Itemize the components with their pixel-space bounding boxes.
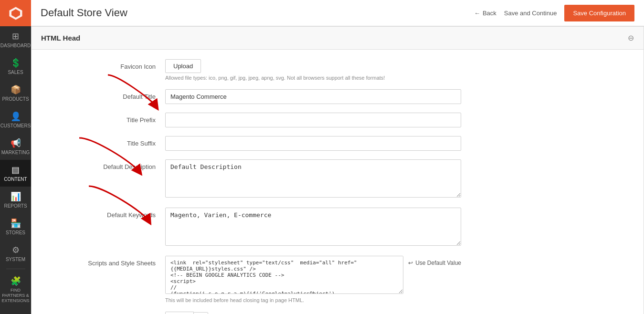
title-suffix-row: Title Suffix xyxy=(32,136,644,151)
title-prefix-control xyxy=(165,113,461,127)
save-config-button[interactable]: Save Configuration xyxy=(564,5,634,21)
title-prefix-row: Title Prefix xyxy=(32,113,644,127)
section-title: HTML Head xyxy=(41,34,80,42)
sidebar-item-reports[interactable]: 📊 REPORTS xyxy=(0,187,31,213)
topbar: Default Store View ← Back Save and Conti… xyxy=(31,0,644,26)
scripts-label: Scripts and Style Sheets xyxy=(41,256,165,267)
upload-button[interactable]: Upload xyxy=(165,59,201,73)
sidebar-item-label: SALES xyxy=(8,70,23,75)
stores-icon: 🏪 xyxy=(11,218,21,229)
sidebar-item-label: MARKETING xyxy=(1,150,30,155)
title-suffix-control xyxy=(165,136,461,151)
reports-icon: 📊 xyxy=(11,191,21,202)
sidebar-item-customers[interactable]: 👤 CUSTOMERS xyxy=(0,106,31,133)
sidebar-item-label: DASHBOARD xyxy=(0,43,31,48)
default-keywords-control xyxy=(165,208,461,247)
use-default-value[interactable]: ↩ Use Default Value xyxy=(408,256,461,266)
default-description-textarea[interactable] xyxy=(165,159,461,198)
demo-store-control: No Yes ▼ xyxy=(165,312,461,314)
sidebar-item-label: CUSTOMERS xyxy=(0,123,31,128)
default-description-control xyxy=(165,159,461,199)
title-prefix-label: Title Prefix xyxy=(41,113,165,124)
default-title-label: Default Title xyxy=(41,89,165,100)
sidebar-item-label: REPORTS xyxy=(4,203,27,209)
sidebar-item-label: STORES xyxy=(6,230,25,235)
sidebar-item-stores[interactable]: 🏪 STORES xyxy=(0,213,31,240)
title-suffix-input[interactable] xyxy=(165,136,461,151)
sidebar-item-dashboard[interactable]: ⊞ DASHBOARD xyxy=(0,26,31,53)
save-continue-button[interactable]: Save and Continue xyxy=(504,10,557,17)
scripts-wrap: ↩ Use Default Value xyxy=(165,256,461,295)
sidebar-item-system[interactable]: ⚙ SYSTEM xyxy=(0,240,31,267)
default-keywords-row: Default Keywords xyxy=(32,208,644,247)
sidebar-logo[interactable] xyxy=(0,0,31,26)
system-icon: ⚙ xyxy=(12,245,20,255)
default-keywords-textarea[interactable] xyxy=(165,208,461,246)
default-title-row: Default Title xyxy=(32,89,644,104)
sidebar-item-content[interactable]: ▤ CONTENT xyxy=(0,160,31,187)
scripts-control: ↩ Use Default Value This will be include… xyxy=(165,256,461,303)
scripts-helper: This will be included before head closin… xyxy=(165,297,461,303)
favicon-helper: Allowed file types: ico, png, gif, jpg, … xyxy=(165,75,461,81)
select-wrap: No Yes ▼ xyxy=(165,312,461,314)
select-dropdown-button[interactable]: ▼ xyxy=(194,312,208,314)
title-suffix-label: Title Suffix xyxy=(41,136,165,147)
default-description-label: Default Description xyxy=(41,159,165,170)
back-arrow-icon: ← xyxy=(474,10,480,17)
form-body: Favicon Icon Upload Allowed file types: … xyxy=(32,50,644,314)
demo-store-row: Display Demo Store Notice No Yes ▼ xyxy=(32,312,644,314)
sidebar-item-marketing[interactable]: 📢 MARKETING xyxy=(0,133,31,160)
section-toggle-icon[interactable]: ⊖ xyxy=(628,33,634,42)
default-title-control xyxy=(165,89,461,104)
marketing-icon: 📢 xyxy=(11,138,21,148)
demo-store-select[interactable]: No Yes xyxy=(165,312,194,314)
products-icon: 📦 xyxy=(11,84,21,95)
sidebar: ⊞ DASHBOARD 💲 SALES 📦 PRODUCTS 👤 CUSTOME… xyxy=(0,0,31,314)
default-description-row: Default Description xyxy=(32,159,644,199)
use-default-icon: ↩ xyxy=(408,260,413,266)
sidebar-item-find-partners[interactable]: 🧩 FIND PARTNERS & EXTENSIONS xyxy=(0,271,31,308)
scripts-textarea[interactable] xyxy=(165,256,403,294)
content-area: HTML Head ⊖ Favicon Icon Upload Allowed … xyxy=(31,26,644,314)
section-header[interactable]: HTML Head ⊖ xyxy=(32,27,644,50)
sidebar-item-products[interactable]: 📦 PRODUCTS xyxy=(0,80,31,106)
default-keywords-label: Default Keywords xyxy=(41,208,165,219)
main-content: Default Store View ← Back Save and Conti… xyxy=(31,0,644,314)
demo-store-label: Display Demo Store Notice xyxy=(41,312,165,314)
scripts-row: Scripts and Style Sheets ↩ Use Default V… xyxy=(32,256,644,303)
favicon-control: Upload Allowed file types: ico, png, gif… xyxy=(165,59,461,81)
back-button[interactable]: ← Back xyxy=(474,10,496,17)
sidebar-item-sales[interactable]: 💲 SALES xyxy=(0,53,31,80)
customers-icon: 👤 xyxy=(11,111,21,122)
favicon-row: Favicon Icon Upload Allowed file types: … xyxy=(32,59,644,81)
section-panel: HTML Head ⊖ Favicon Icon Upload Allowed … xyxy=(31,26,644,314)
sidebar-item-label: CONTENT xyxy=(4,177,27,182)
dashboard-icon: ⊞ xyxy=(12,31,19,42)
favicon-label: Favicon Icon xyxy=(41,59,165,70)
topbar-actions: ← Back Save and Continue Save Configurat… xyxy=(474,5,634,21)
page-title: Default Store View xyxy=(41,7,127,19)
sales-icon: 💲 xyxy=(11,58,21,68)
default-title-input[interactable] xyxy=(165,89,461,104)
extensions-icon: 🧩 xyxy=(11,276,21,286)
scripts-textarea-container xyxy=(165,256,403,295)
sidebar-item-label: FIND PARTNERS & EXTENSIONS xyxy=(2,288,30,303)
sidebar-item-label: SYSTEM xyxy=(6,257,25,262)
content-icon: ▤ xyxy=(11,165,20,175)
title-prefix-input[interactable] xyxy=(165,113,461,127)
sidebar-item-label: PRODUCTS xyxy=(2,96,29,102)
sidebar-divider xyxy=(6,269,25,269)
